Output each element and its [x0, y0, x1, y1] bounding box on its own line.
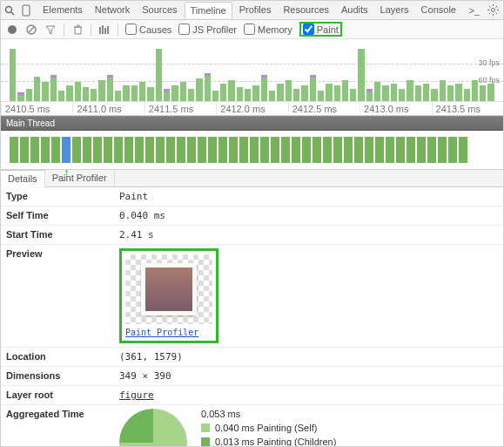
ruler-tick: 2413.0 ms — [360, 102, 431, 115]
ruler-tick: 2412.5 ms — [288, 102, 360, 115]
selected-arrow-icon: ↑ — [64, 166, 70, 179]
separator — [91, 24, 91, 36]
pie-legend: 0.053 ms 0.040 ms Painting (Self) 0.013 … — [201, 409, 336, 447]
row-location: Location(361, 1579) — [1, 348, 503, 367]
tab-network[interactable]: Network — [90, 2, 135, 18]
detail-tab-details[interactable]: Details — [1, 170, 45, 187]
swatch-self — [201, 423, 210, 432]
ruler-tick: 2410.5 ms — [1, 102, 72, 115]
tab-elements[interactable]: Elements — [37, 2, 88, 18]
memory-checkbox[interactable]: Memory — [244, 24, 292, 35]
preview-value: Paint Profiler — [119, 248, 498, 343]
separator — [118, 24, 118, 36]
tab-timeline[interactable]: Timeline — [185, 2, 232, 18]
timeline-toolbar: Causes JS Profiler Memory Paint — [1, 20, 503, 39]
svg-line-8 — [29, 27, 34, 32]
swatch-children — [201, 437, 210, 446]
paint-label: Paint — [317, 24, 339, 35]
frames-icon[interactable] — [98, 24, 111, 36]
pie-chart — [119, 409, 187, 447]
agg-value: 0.053 ms 0.040 ms Painting (Self) 0.013 … — [119, 409, 498, 447]
loc-label: Location — [6, 351, 119, 362]
layer-label: Layer root — [6, 389, 119, 400]
causes-checkbox[interactable]: Causes — [125, 24, 171, 35]
preview-thumbnail — [125, 254, 212, 324]
row-aggregated: Aggregated Time 0.053 ms 0.040 ms Painti… — [1, 405, 503, 447]
svg-line-1 — [11, 12, 14, 15]
dim-value: 349 × 390 — [119, 370, 498, 382]
console-toggle-icon[interactable]: >_ — [468, 4, 480, 17]
type-value: Paint — [119, 191, 498, 202]
row-starttime: Start Time2.41 s — [1, 226, 503, 245]
gear-icon[interactable] — [487, 4, 500, 17]
agg-total: 0.053 ms — [201, 409, 336, 419]
causes-label: Causes — [139, 24, 171, 35]
loc-value: (361, 1579) — [119, 351, 498, 362]
topbar-right: >_ — [468, 4, 504, 17]
layer-value: figure — [119, 389, 498, 401]
row-type: TypePaint — [1, 187, 503, 207]
tab-profiles[interactable]: Profiles — [234, 2, 277, 18]
tab-resources[interactable]: Resources — [278, 2, 334, 18]
dim-label: Dimensions — [6, 370, 119, 381]
time-ruler: 2410.5 ms 2411.0 ms 2411.5 ms 2412.0 ms … — [1, 102, 503, 116]
jsprofiler-label: JS Profiler — [192, 24, 237, 35]
detail-tab-paintprofiler[interactable]: Paint Profiler — [45, 170, 115, 186]
row-preview: Preview Paint Profiler — [1, 245, 503, 348]
ruler-tick: 2411.0 ms — [72, 102, 144, 115]
svg-point-0 — [6, 6, 12, 12]
jsprofiler-checkbox[interactable]: JS Profiler — [178, 24, 237, 35]
clear-icon[interactable] — [25, 24, 37, 36]
start-value: 2.41 s — [119, 229, 498, 240]
ruler-tick: 2412.0 ms — [216, 102, 287, 115]
tab-layers[interactable]: Layers — [375, 2, 414, 18]
record-icon[interactable] — [6, 24, 18, 36]
main-thread-header: Main Thread — [1, 116, 503, 131]
self-value: 0.040 ms — [119, 210, 498, 221]
tab-console[interactable]: Console — [416, 2, 461, 18]
svg-rect-9 — [99, 27, 101, 34]
panel-tabs: Elements Network Sources Timeline Profil… — [37, 2, 461, 18]
svg-point-3 — [492, 9, 495, 12]
separator — [64, 24, 64, 36]
preview-photo — [141, 263, 197, 315]
row-layerroot: Layer rootfigure — [1, 386, 503, 405]
search-icon[interactable] — [4, 4, 15, 17]
memory-label: Memory — [258, 24, 292, 35]
preview-highlight: Paint Profiler — [119, 248, 218, 343]
details-panel: TypePaint Self Time0.040 ms Start Time2.… — [1, 187, 503, 447]
layer-root-link[interactable]: figure — [119, 389, 154, 401]
legend-self: 0.040 ms Painting (Self) — [201, 423, 336, 433]
ruler-tick: 2413.5 ms — [432, 102, 503, 115]
legend-children-text: 0.013 ms Painting (Children) — [215, 437, 336, 447]
timeline-overview[interactable]: 30 fps 60 fps — [1, 39, 503, 102]
preview-label: Preview — [6, 248, 119, 259]
svg-rect-10 — [102, 25, 104, 34]
gc-icon[interactable] — [71, 24, 84, 36]
legend-self-text: 0.040 ms Painting (Self) — [215, 423, 317, 433]
type-label: Type — [6, 191, 119, 201]
row-selftime: Self Time0.040 ms — [1, 207, 503, 226]
svg-rect-11 — [104, 28, 106, 34]
ruler-tick: 2411.5 ms — [144, 102, 216, 115]
filter-icon[interactable] — [44, 24, 57, 36]
paint-checkbox[interactable]: Paint — [303, 24, 339, 35]
overview-bars — [10, 49, 494, 101]
paint-profiler-link[interactable]: Paint Profiler — [125, 328, 212, 337]
main-thread-track[interactable]: ↑ — [1, 131, 503, 170]
start-label: Start Time — [6, 229, 119, 240]
svg-point-6 — [8, 25, 17, 34]
device-icon[interactable] — [22, 4, 30, 17]
svg-rect-12 — [107, 26, 109, 34]
paint-checkbox-highlight: Paint — [299, 22, 342, 37]
devtools-tabbar: Elements Network Sources Timeline Profil… — [1, 1, 503, 20]
row-dimensions: Dimensions349 × 390 — [1, 367, 503, 386]
detail-tabs: Details Paint Profiler — [1, 170, 503, 187]
self-label: Self Time — [6, 210, 119, 220]
svg-rect-2 — [23, 5, 30, 16]
legend-children: 0.013 ms Painting (Children) — [201, 437, 336, 447]
tab-audits[interactable]: Audits — [336, 2, 373, 18]
agg-label: Aggregated Time — [6, 409, 119, 419]
tab-sources[interactable]: Sources — [137, 2, 182, 18]
